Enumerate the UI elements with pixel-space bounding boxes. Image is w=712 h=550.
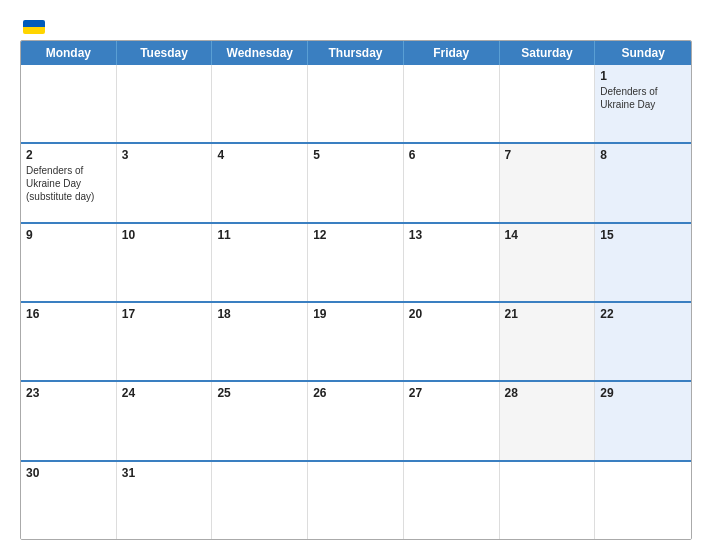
day-number: 16	[26, 307, 111, 321]
cal-cell-r1c5: 7	[500, 144, 596, 221]
cal-cell-r2c2: 11	[212, 224, 308, 301]
day-number: 30	[26, 466, 111, 480]
calendar: MondayTuesdayWednesdayThursdayFridaySatu…	[20, 40, 692, 540]
day-number: 2	[26, 148, 111, 162]
day-number: 3	[122, 148, 207, 162]
cal-cell-r2c5: 14	[500, 224, 596, 301]
cal-cell-r0c0	[21, 65, 117, 142]
cal-header-sunday: Sunday	[595, 41, 691, 65]
cal-header-tuesday: Tuesday	[117, 41, 213, 65]
cal-cell-r0c6: 1Defenders of Ukraine Day	[595, 65, 691, 142]
cal-cell-r2c4: 13	[404, 224, 500, 301]
cal-cell-r2c0: 9	[21, 224, 117, 301]
day-number: 15	[600, 228, 686, 242]
cal-cell-r5c5	[500, 462, 596, 539]
cal-cell-r1c2: 4	[212, 144, 308, 221]
day-number: 24	[122, 386, 207, 400]
cal-header-thursday: Thursday	[308, 41, 404, 65]
cal-cell-r3c5: 21	[500, 303, 596, 380]
day-number: 31	[122, 466, 207, 480]
calendar-header: MondayTuesdayWednesdayThursdayFridaySatu…	[21, 41, 691, 65]
cal-cell-r1c3: 5	[308, 144, 404, 221]
cal-cell-r0c4	[404, 65, 500, 142]
day-number: 21	[505, 307, 590, 321]
day-number: 19	[313, 307, 398, 321]
cal-cell-r2c3: 12	[308, 224, 404, 301]
day-number: 1	[600, 69, 686, 83]
day-number: 25	[217, 386, 302, 400]
day-event: Defenders of Ukraine Day (substitute day…	[26, 164, 111, 203]
cal-cell-r4c4: 27	[404, 382, 500, 459]
day-number: 12	[313, 228, 398, 242]
cal-cell-r0c1	[117, 65, 213, 142]
day-number: 29	[600, 386, 686, 400]
cal-header-friday: Friday	[404, 41, 500, 65]
day-number: 14	[505, 228, 590, 242]
day-number: 5	[313, 148, 398, 162]
cal-cell-r4c0: 23	[21, 382, 117, 459]
cal-cell-r5c3	[308, 462, 404, 539]
cal-cell-r3c0: 16	[21, 303, 117, 380]
cal-row-3: 16171819202122	[21, 301, 691, 380]
cal-cell-r4c3: 26	[308, 382, 404, 459]
day-number: 20	[409, 307, 494, 321]
cal-cell-r0c2	[212, 65, 308, 142]
cal-header-wednesday: Wednesday	[212, 41, 308, 65]
day-number: 6	[409, 148, 494, 162]
cal-cell-r2c6: 15	[595, 224, 691, 301]
cal-cell-r5c0: 30	[21, 462, 117, 539]
cal-row-0: 1Defenders of Ukraine Day	[21, 65, 691, 142]
header	[20, 18, 692, 34]
day-number: 10	[122, 228, 207, 242]
cal-cell-r1c0: 2Defenders of Ukraine Day (substitute da…	[21, 144, 117, 221]
calendar-body: 1Defenders of Ukraine Day2Defenders of U…	[21, 65, 691, 539]
day-number: 4	[217, 148, 302, 162]
cal-row-2: 9101112131415	[21, 222, 691, 301]
cal-cell-r2c1: 10	[117, 224, 213, 301]
cal-cell-r5c4	[404, 462, 500, 539]
day-number: 28	[505, 386, 590, 400]
logo-flag-icon	[23, 20, 45, 34]
day-number: 9	[26, 228, 111, 242]
cal-cell-r3c2: 18	[212, 303, 308, 380]
cal-cell-r1c1: 3	[117, 144, 213, 221]
cal-cell-r1c4: 6	[404, 144, 500, 221]
day-number: 13	[409, 228, 494, 242]
cal-cell-r4c6: 29	[595, 382, 691, 459]
day-number: 11	[217, 228, 302, 242]
day-number: 8	[600, 148, 686, 162]
day-number: 23	[26, 386, 111, 400]
cal-cell-r5c2	[212, 462, 308, 539]
cal-cell-r4c5: 28	[500, 382, 596, 459]
cal-cell-r0c5	[500, 65, 596, 142]
cal-row-1: 2Defenders of Ukraine Day (substitute da…	[21, 142, 691, 221]
day-number: 27	[409, 386, 494, 400]
cal-cell-r3c3: 19	[308, 303, 404, 380]
cal-cell-r3c4: 20	[404, 303, 500, 380]
cal-cell-r3c6: 22	[595, 303, 691, 380]
cal-cell-r5c6	[595, 462, 691, 539]
cal-cell-r4c1: 24	[117, 382, 213, 459]
day-number: 22	[600, 307, 686, 321]
page: MondayTuesdayWednesdayThursdayFridaySatu…	[0, 0, 712, 550]
day-number: 7	[505, 148, 590, 162]
day-number: 26	[313, 386, 398, 400]
cal-cell-r3c1: 17	[117, 303, 213, 380]
cal-cell-r5c1: 31	[117, 462, 213, 539]
cal-cell-r0c3	[308, 65, 404, 142]
cal-row-5: 3031	[21, 460, 691, 539]
cal-row-4: 23242526272829	[21, 380, 691, 459]
cal-cell-r1c6: 8	[595, 144, 691, 221]
cal-cell-r4c2: 25	[212, 382, 308, 459]
logo	[20, 18, 45, 34]
cal-header-monday: Monday	[21, 41, 117, 65]
day-event: Defenders of Ukraine Day	[600, 85, 686, 111]
day-number: 18	[217, 307, 302, 321]
cal-header-saturday: Saturday	[500, 41, 596, 65]
day-number: 17	[122, 307, 207, 321]
